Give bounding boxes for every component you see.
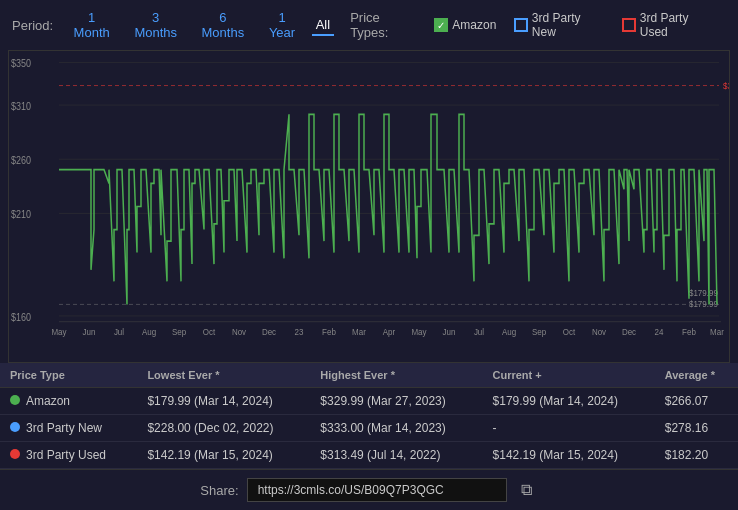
cell-current: $142.19 (Mar 15, 2024) [483, 442, 655, 469]
svg-text:Jun: Jun [443, 327, 456, 338]
svg-text:$210: $210 [11, 208, 32, 220]
svg-text:$160: $160 [11, 311, 32, 323]
header-bar: Period: 1 Month 3 Months 6 Months 1 Year… [0, 0, 738, 50]
cell-lowest: $228.00 (Dec 02, 2022) [137, 415, 310, 442]
price-chart: $329.99 $179.99 $179.99 $350 $310 $260 $… [8, 50, 730, 363]
svg-text:$329.99: $329.99 [723, 80, 729, 91]
svg-text:Sep: Sep [172, 327, 186, 338]
main-container: Period: 1 Month 3 Months 6 Months 1 Year… [0, 0, 738, 510]
copy-button[interactable]: ⧉ [515, 479, 538, 501]
share-bar: Share: ⧉ [0, 469, 738, 510]
share-url-input[interactable] [247, 478, 507, 502]
svg-text:Mar: Mar [352, 327, 366, 338]
cell-highest: $313.49 (Jul 14, 2022) [310, 442, 482, 469]
period-3months[interactable]: 3 Months [126, 8, 185, 42]
svg-text:$179.99: $179.99 [689, 298, 718, 309]
svg-text:May: May [411, 327, 427, 338]
svg-text:Nov: Nov [232, 327, 247, 338]
cell-current: $179.99 (Mar 14, 2024) [483, 388, 655, 415]
cell-type: Amazon [0, 388, 137, 415]
3rd-party-new-label: 3rd Party New [532, 11, 604, 39]
table-row: Amazon $179.99 (Mar 14, 2024) $329.99 (M… [0, 388, 738, 415]
svg-text:Oct: Oct [563, 327, 576, 338]
period-label: Period: [12, 18, 53, 33]
svg-text:May: May [51, 327, 67, 338]
svg-text:Feb: Feb [322, 327, 336, 338]
svg-text:Sep: Sep [532, 327, 546, 338]
price-types-label: Price Types: [350, 10, 418, 40]
svg-text:Jul: Jul [474, 327, 484, 338]
price-table: Price Type Lowest Ever * Highest Ever * … [0, 363, 738, 469]
cell-lowest: $142.19 (Mar 15, 2024) [137, 442, 310, 469]
col-lowest: Lowest Ever * [137, 363, 310, 388]
svg-text:23: 23 [295, 327, 304, 338]
svg-text:Feb: Feb [682, 327, 696, 338]
svg-text:24: 24 [655, 327, 664, 338]
col-price-type: Price Type [0, 363, 137, 388]
share-label: Share: [200, 483, 238, 498]
table-row: 3rd Party New $228.00 (Dec 02, 2022) $33… [0, 415, 738, 442]
cell-lowest: $179.99 (Mar 14, 2024) [137, 388, 310, 415]
cell-highest: $329.99 (Mar 27, 2023) [310, 388, 482, 415]
legend-3rd-party-used[interactable]: 3rd Party Used [622, 11, 716, 39]
table-header-row: Price Type Lowest Ever * Highest Ever * … [0, 363, 738, 388]
legend-3rd-party-new[interactable]: 3rd Party New [514, 11, 604, 39]
period-all[interactable]: All [312, 15, 334, 36]
svg-text:Apr: Apr [383, 327, 396, 338]
svg-text:$350: $350 [11, 58, 32, 70]
cell-current: - [483, 415, 655, 442]
cell-highest: $333.00 (Mar 14, 2023) [310, 415, 482, 442]
3rd-party-used-icon [622, 18, 636, 32]
cell-average: $182.20 [655, 442, 738, 469]
svg-text:$260: $260 [11, 154, 32, 166]
svg-text:Jul: Jul [114, 327, 124, 338]
chart-svg: $329.99 $179.99 $179.99 $350 $310 $260 $… [9, 51, 729, 362]
cell-type: 3rd Party Used [0, 442, 137, 469]
col-current: Current + [483, 363, 655, 388]
3rd-party-used-label: 3rd Party Used [640, 11, 716, 39]
svg-text:$179.99: $179.99 [689, 288, 718, 299]
legend-amazon[interactable]: ✓ Amazon [434, 18, 496, 32]
svg-text:Nov: Nov [592, 327, 607, 338]
period-6months[interactable]: 6 Months [193, 8, 252, 42]
svg-text:$310: $310 [11, 100, 32, 112]
svg-text:Aug: Aug [142, 327, 156, 338]
svg-text:Mar: Mar [710, 327, 724, 338]
amazon-check-icon: ✓ [434, 18, 448, 32]
svg-text:Oct: Oct [203, 327, 216, 338]
period-1month[interactable]: 1 Month [65, 8, 118, 42]
svg-text:Dec: Dec [262, 327, 277, 338]
cell-average: $266.07 [655, 388, 738, 415]
col-highest: Highest Ever * [310, 363, 482, 388]
svg-text:Dec: Dec [622, 327, 637, 338]
3rd-party-new-icon [514, 18, 528, 32]
cell-average: $278.16 [655, 415, 738, 442]
svg-text:Jun: Jun [83, 327, 96, 338]
svg-text:Aug: Aug [502, 327, 516, 338]
period-1year[interactable]: 1 Year [260, 8, 303, 42]
table-row: 3rd Party Used $142.19 (Mar 15, 2024) $3… [0, 442, 738, 469]
cell-type: 3rd Party New [0, 415, 137, 442]
col-average: Average * [655, 363, 738, 388]
amazon-label: Amazon [452, 18, 496, 32]
